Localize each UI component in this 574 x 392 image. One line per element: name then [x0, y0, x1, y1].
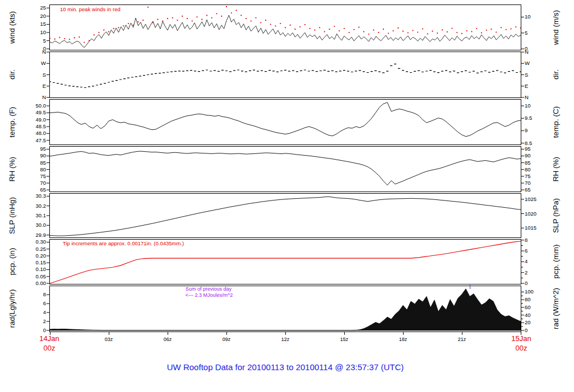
pcp-ytick-left: 0.00 [0, 280, 46, 287]
x-start-hour: 00z [44, 344, 55, 352]
slp-ytick-left: 30.0 [0, 222, 46, 228]
rad-ytick-right: 20 [525, 319, 558, 326]
x-axis-tick [50, 332, 50, 335]
x-axis-label: 03z [105, 337, 113, 342]
dir-ytick-left: S [0, 72, 46, 78]
x-axis-label: 06z [164, 337, 172, 342]
x-end-date: 15Jan [511, 334, 531, 343]
slp-ytick-left: 30.1 [0, 212, 46, 219]
meteogram: wind (kts) dir. temp. (F) RH (%) SLP (in… [0, 0, 574, 392]
dir-ytick-left: W [0, 60, 46, 67]
x-axis-label: 15z [340, 337, 349, 342]
rh-ytick-right: 90 [525, 152, 558, 159]
dir-ytick-left: N [0, 49, 46, 55]
rh-ytick-right: 80 [525, 166, 558, 173]
pcp-ytick-left: 0.20 [0, 253, 46, 259]
slp-ytick-left: 30.3 [0, 193, 46, 199]
x-axis-label: 12z [281, 337, 290, 342]
rh-ytick-left: 70 [0, 180, 46, 186]
dir-ytick-right: N [525, 49, 558, 55]
rad-ytick-right: 100 [525, 288, 558, 295]
x-axis-tick [462, 332, 462, 335]
temp-ytick-left: 48.5 [0, 123, 46, 130]
pcp-ytick-left: 0.10 [0, 266, 46, 273]
pcp-plot [46, 239, 526, 284]
rh-ytick-right: 70 [525, 180, 558, 186]
rh-ytick-left: 95 [0, 146, 46, 152]
slp-ytick-right: 1020 [525, 211, 558, 217]
x-axis-tick [168, 332, 168, 335]
slp-ytick-left: 29.9 [0, 232, 46, 239]
rh-ytick-left: 75 [0, 173, 46, 180]
rh-ytick-right: 75 [525, 173, 558, 180]
wind-ytick-left: 25 [0, 4, 46, 11]
x-axis-tick [403, 332, 404, 335]
rh-ytick-right: 65 [525, 186, 558, 193]
wind-plot [46, 4, 526, 50]
temp-ytick-left: 47.5 [0, 137, 46, 144]
wind-ytick-right: 10 [525, 13, 558, 20]
wind-ytick-left: 15 [0, 21, 46, 27]
rh-ytick-left: 90 [0, 152, 46, 159]
rad-ytick-right: 0 [525, 327, 558, 334]
rad-ytick-right: 80 [525, 296, 558, 303]
wind-ytick-left: 20 [0, 13, 46, 20]
dir-ytick-right: N [525, 94, 558, 101]
pcp-ytick-left: 0.30 [0, 239, 46, 245]
dir-ytick-right: E [525, 83, 558, 90]
temp-ytick-left: 49.0 [0, 116, 46, 123]
dir-ytick-right: S [525, 72, 558, 78]
dir-plot [46, 52, 526, 98]
wind-ytick-right: 5 [525, 30, 558, 36]
temp-ytick-right: 9.5 [525, 115, 558, 122]
rad-ytick-left: 4 [0, 309, 46, 316]
pcp-ytick-right: 8 [525, 237, 558, 244]
rad-ytick-left: 6 [0, 300, 46, 307]
temp-ytick-right: 10 [525, 102, 558, 109]
temp-ytick-left: 49.5 [0, 109, 46, 116]
temp-ytick-left: 50.0 [0, 102, 46, 109]
x-axis-tick [226, 332, 227, 335]
pcp-ytick-left: 0.05 [0, 273, 46, 280]
wind-ytick-left: 10 [0, 29, 46, 36]
rh-ytick-left: 65 [0, 186, 46, 193]
pcp-ytick-right: 6 [525, 248, 558, 254]
x-axis-label: 21z [458, 337, 466, 342]
dir-ytick-left: N [0, 94, 46, 101]
x-end-hour: 00z [516, 344, 527, 352]
rad-plot [46, 286, 526, 332]
slp-plot [46, 193, 526, 238]
rad-ytick-left: 8 [0, 291, 46, 298]
rh-ytick-left: 85 [0, 160, 46, 166]
dir-ytick-left: E [0, 83, 46, 90]
temp-ytick-left: 48.0 [0, 130, 46, 137]
chart-title: UW Rooftop Data for 20100113 to 20100114… [167, 362, 404, 372]
x-axis-tick [521, 332, 521, 335]
x-start-date: 14Jan [39, 334, 59, 343]
x-axis-tick [285, 332, 286, 335]
temp-ytick-right: 9 [525, 127, 558, 134]
x-axis-label: 09z [223, 337, 231, 342]
pcp-ytick-left: 0.15 [0, 259, 46, 266]
rh-ytick-right: 85 [525, 160, 558, 166]
slp-ytick-left: 30.2 [0, 203, 46, 209]
slp-ytick-right: 1025 [525, 196, 558, 203]
rad-ytick-right: 40 [525, 312, 558, 319]
x-axis-label: 18z [399, 337, 408, 342]
rad-ytick-left: 0 [0, 327, 46, 334]
pcp-ytick-right: 0 [525, 280, 558, 287]
x-axis-tick [109, 332, 109, 335]
wind-ytick-left: 5 [0, 38, 46, 44]
x-axis-tick [344, 332, 345, 335]
dir-ytick-right: W [525, 60, 558, 67]
pcp-ytick-right: 2 [525, 269, 558, 276]
rad-ytick-right: 60 [525, 304, 558, 311]
rh-plot [46, 146, 526, 192]
rh-ytick-right: 95 [525, 146, 558, 152]
rad-ytick-left: 2 [0, 318, 46, 325]
rh-ytick-left: 80 [0, 166, 46, 173]
pcp-ytick-left: 0.25 [0, 246, 46, 253]
pcp-ytick-right: 4 [525, 258, 558, 265]
slp-ytick-right: 1015 [525, 225, 558, 231]
temp-plot [46, 99, 526, 145]
